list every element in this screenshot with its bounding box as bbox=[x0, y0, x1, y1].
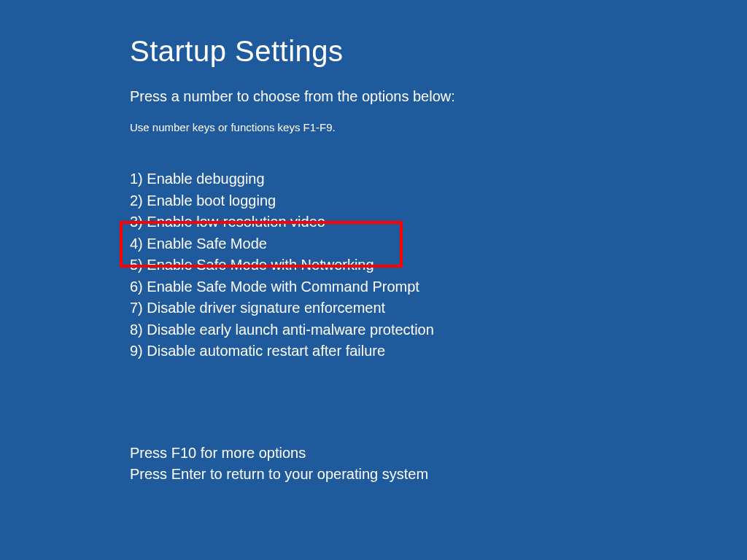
option-2-enable-boot-logging[interactable]: 2) Enable boot logging bbox=[130, 190, 747, 212]
page-title: Startup Settings bbox=[130, 35, 747, 68]
option-1-enable-debugging[interactable]: 1) Enable debugging bbox=[130, 168, 747, 190]
startup-settings-screen: Startup Settings Press a number to choos… bbox=[0, 0, 747, 485]
option-5-enable-safe-mode-networking[interactable]: 5) Enable Safe Mode with Networking bbox=[130, 254, 747, 276]
option-6-enable-safe-mode-command-prompt[interactable]: 6) Enable Safe Mode with Command Prompt bbox=[130, 276, 747, 298]
subtitle-text: Press a number to choose from the option… bbox=[130, 88, 747, 105]
options-list: 1) Enable debugging 2) Enable boot loggi… bbox=[130, 168, 747, 362]
footer-enter-text: Press Enter to return to your operating … bbox=[130, 464, 747, 485]
option-9-disable-automatic-restart[interactable]: 9) Disable automatic restart after failu… bbox=[130, 341, 747, 362]
option-3-enable-low-resolution-video[interactable]: 3) Enable low-resolution video bbox=[130, 211, 747, 233]
option-4-enable-safe-mode[interactable]: 4) Enable Safe Mode bbox=[130, 233, 747, 255]
option-8-disable-early-launch-anti-malware[interactable]: 8) Disable early launch anti-malware pro… bbox=[130, 319, 747, 341]
footer-f10-text: Press F10 for more options bbox=[130, 443, 747, 464]
option-7-disable-driver-signature-enforcement[interactable]: 7) Disable driver signature enforcement bbox=[130, 298, 747, 319]
hint-text: Use number keys or functions keys F1-F9. bbox=[130, 121, 747, 133]
